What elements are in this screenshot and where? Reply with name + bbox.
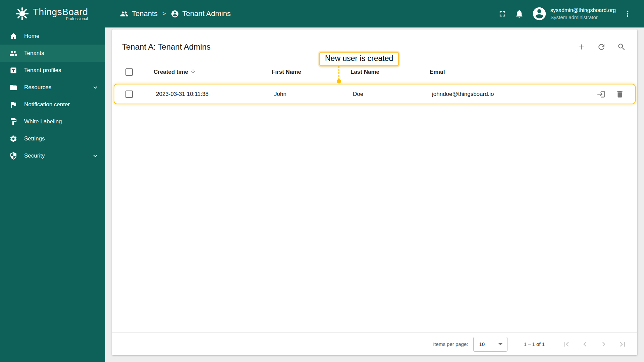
fullscreen-icon xyxy=(498,9,507,18)
chevron-right-icon xyxy=(599,340,608,349)
sidebar-item-home[interactable]: Home xyxy=(0,27,105,45)
flag-icon xyxy=(9,101,17,109)
chevron-left-icon xyxy=(580,340,590,349)
row-checkbox[interactable] xyxy=(125,90,133,98)
topbar-actions: sysadmin@thingsboard.org System administ… xyxy=(494,5,644,22)
user-avatar[interactable] xyxy=(532,6,547,21)
next-page-button[interactable] xyxy=(594,336,613,353)
sidebar-item-notification-center[interactable]: Notification center xyxy=(0,96,105,113)
annotation-connector-line xyxy=(338,66,339,80)
chevron-down-icon[interactable] xyxy=(91,84,99,91)
shield-icon xyxy=(9,152,17,160)
sidebar-item-label: White Labeling xyxy=(24,118,62,125)
user-info: sysadmin@thingsboard.org System administ… xyxy=(550,7,616,21)
sidebar-item-settings[interactable]: Settings xyxy=(0,130,105,147)
sidebar-item-label: Home xyxy=(24,33,39,40)
user-role: System administrator xyxy=(550,14,616,21)
thingsboard-logo-icon xyxy=(15,6,30,21)
sidebar-item-resources[interactable]: Resources xyxy=(0,79,105,96)
folder-icon xyxy=(9,83,17,92)
paginator-range-label: 1 – 1 of 1 xyxy=(524,341,545,347)
kebab-menu-icon xyxy=(623,9,632,18)
chevron-down-icon[interactable] xyxy=(91,152,99,160)
first-page-icon xyxy=(561,340,571,349)
table-row[interactable]: 2023-03-31 10:11:38 John Doe johndoe@thi… xyxy=(114,84,636,104)
items-per-page-select[interactable]: 10 xyxy=(473,337,507,352)
select-all-checkbox[interactable] xyxy=(125,68,133,76)
sidebar-item-label: Resources xyxy=(24,84,51,91)
refresh-button[interactable] xyxy=(594,40,609,54)
last-page-button[interactable] xyxy=(613,336,632,353)
page-title: Tenant A: Tenant Admins xyxy=(122,42,211,52)
sidebar-item-white-labeling[interactable]: White Labeling xyxy=(0,113,105,130)
breadcrumb-tenant-admins[interactable]: Tenant Admins xyxy=(171,9,231,18)
search-icon xyxy=(617,43,626,51)
first-page-button[interactable] xyxy=(557,336,576,353)
account-circle-icon xyxy=(171,10,179,18)
tenant-admins-card: Tenant A: Tenant Admins Created time xyxy=(112,29,637,355)
column-header-last-name[interactable]: Last Name xyxy=(351,69,430,75)
sidebar-item-security[interactable]: Security xyxy=(0,147,105,164)
sidebar-item-label: Notification center xyxy=(24,101,70,108)
sidebar: Home Tenants Tenant profiles Resources N… xyxy=(0,27,105,362)
group-icon xyxy=(9,49,17,57)
card-actions xyxy=(574,40,629,54)
column-header-email[interactable]: Email xyxy=(430,69,587,75)
breadcrumb: Tenants > Tenant Admins xyxy=(120,9,231,18)
tenant-profile-icon xyxy=(9,66,17,74)
paginator: Items per page: 10 1 – 1 of 1 xyxy=(112,333,637,355)
paint-icon xyxy=(9,118,17,126)
breadcrumb-label: Tenants xyxy=(132,9,158,18)
search-button[interactable] xyxy=(614,40,629,54)
main-content: Tenant A: Tenant Admins Created time xyxy=(105,27,644,362)
more-menu-button[interactable] xyxy=(619,5,636,22)
breadcrumb-separator: > xyxy=(162,10,166,17)
previous-page-button[interactable] xyxy=(576,336,594,353)
notifications-icon xyxy=(515,9,524,18)
cell-last-name: Doe xyxy=(353,91,432,98)
sidebar-item-label: Tenant profiles xyxy=(24,67,61,74)
app-logo[interactable]: ThingsBoard Professional xyxy=(0,6,105,21)
sidebar-item-tenant-profiles[interactable]: Tenant profiles xyxy=(0,62,105,79)
annotation-connector-dot xyxy=(337,79,341,83)
cell-created-time: 2023-03-31 10:11:38 xyxy=(156,91,274,98)
sort-desc-icon xyxy=(190,68,196,76)
add-user-button[interactable] xyxy=(574,40,589,54)
top-bar: ThingsBoard Professional Tenants > Tenan… xyxy=(0,0,644,27)
sidebar-item-label: Security xyxy=(24,153,45,159)
items-per-page-label: Items per page: xyxy=(433,341,468,347)
items-per-page-value: 10 xyxy=(479,341,485,347)
add-icon xyxy=(577,43,586,51)
sidebar-item-tenants[interactable]: Tenants xyxy=(0,45,105,62)
breadcrumb-label: Tenant Admins xyxy=(182,9,231,18)
login-icon xyxy=(597,90,605,99)
group-icon xyxy=(120,10,128,18)
cell-first-name: John xyxy=(274,91,353,98)
account-circle-icon xyxy=(532,6,547,21)
app-title: ThingsBoard xyxy=(33,7,88,17)
home-icon xyxy=(9,32,17,40)
app-subtitle: Professional xyxy=(33,16,88,21)
login-as-user-button[interactable] xyxy=(595,88,607,101)
chevron-down-icon xyxy=(498,343,502,345)
annotation-callout: New user is created xyxy=(319,52,399,66)
gear-icon xyxy=(9,135,17,143)
sidebar-item-label: Settings xyxy=(24,135,45,142)
trash-icon xyxy=(615,90,624,99)
last-page-icon xyxy=(618,340,627,349)
notifications-button[interactable] xyxy=(511,5,528,22)
cell-email: johndoe@thingsboard.io xyxy=(432,91,585,98)
sidebar-item-label: Tenants xyxy=(24,50,44,57)
refresh-icon xyxy=(597,43,606,51)
breadcrumb-tenants[interactable]: Tenants xyxy=(120,9,158,18)
user-email: sysadmin@thingsboard.org xyxy=(550,7,616,14)
delete-user-button[interactable] xyxy=(613,88,626,101)
fullscreen-button[interactable] xyxy=(494,5,511,22)
column-header-created-time[interactable]: Created time xyxy=(154,68,272,76)
